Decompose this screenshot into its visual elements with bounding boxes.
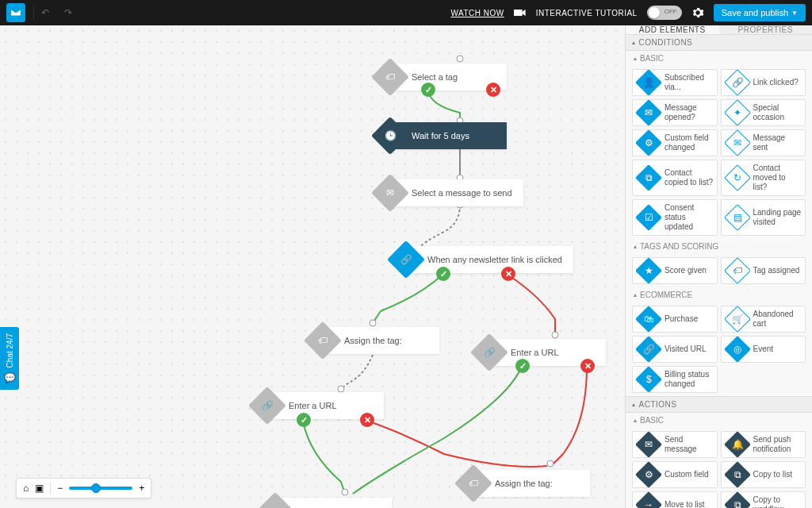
subsection-basic[interactable]: ▴BASIC	[626, 51, 812, 66]
logo-icon[interactable]	[6, 3, 25, 22]
tab-properties[interactable]: PROPERTIES	[719, 25, 813, 34]
undo-button[interactable]: ↶	[33, 5, 49, 21]
el-billing-status[interactable]: $Billing status changed	[632, 366, 718, 393]
el-contact-copied[interactable]: ⧉Contact copied to list?	[632, 160, 718, 196]
svg-rect-0	[514, 10, 523, 16]
node-select-message[interactable]: ✉ Select a message to send	[377, 179, 523, 206]
node-assign-tag-2[interactable]: 🏷 Assign the tag:	[460, 470, 590, 497]
el-copy-to-workflow[interactable]: ⧉Copy to workflow	[721, 491, 806, 508]
top-bar: ↶ ↷ WATCH NOW INTERACTIVE TUTORIAL OFF S…	[0, 0, 812, 25]
watch-now-link[interactable]: WATCH NOW	[450, 9, 504, 17]
close-icon: ✕	[360, 413, 374, 427]
el-send-message[interactable]: ✉Send message	[632, 431, 718, 458]
workflow-canvas[interactable]: 🏷 Select a tag ✓ ✕ 🕒 Wait for 5 days ✉ S…	[0, 25, 625, 508]
el-purchase[interactable]: 🛍Purchase	[632, 306, 718, 333]
el-event[interactable]: ◎Event	[721, 336, 806, 363]
svg-point-7	[552, 332, 558, 338]
redo-button[interactable]: ↷	[57, 5, 73, 21]
el-contact-moved[interactable]: ↻Contact moved to list?	[721, 160, 806, 196]
subsection-ecommerce[interactable]: ▴ECOMMERCE	[626, 287, 812, 302]
check-icon: ✓	[297, 413, 311, 427]
el-move-to-list[interactable]: →Move to list	[632, 491, 718, 508]
el-consent-updated[interactable]: ☑Consent status updated	[632, 199, 718, 236]
tutorial-label: INTERACTIVE TUTORIAL	[536, 9, 638, 17]
el-abandoned-cart[interactable]: 🛒Abandoned cart	[721, 306, 806, 333]
svg-point-8	[338, 386, 344, 392]
el-subscribed-via[interactable]: 👤Subscribed via...	[632, 69, 718, 96]
close-icon: ✕	[486, 83, 500, 97]
close-icon: ✕	[580, 359, 595, 373]
home-icon[interactable]: ⌂	[23, 483, 29, 494]
node-assign-tag-1[interactable]: 🏷 Assign the tag:	[309, 327, 439, 354]
zoom-toolbar: ⌂ ▣ − +	[16, 478, 151, 498]
el-score-given[interactable]: ★Score given	[632, 257, 718, 284]
el-message-opened[interactable]: ✉Message opened?	[632, 99, 718, 126]
node-newsletter-clicked[interactable]: 🔗 When any newsletter link is clicked	[393, 246, 573, 273]
video-icon	[514, 8, 527, 17]
zoom-in-button[interactable]: +	[139, 483, 144, 494]
svg-point-10	[342, 489, 348, 495]
fit-icon[interactable]: ▣	[35, 483, 44, 494]
tab-add-elements[interactable]: ADD ELEMENTS	[626, 25, 719, 34]
el-copy-to-list[interactable]: ⧉Copy to list	[721, 461, 806, 488]
el-message-sent[interactable]: ✉Message sent	[721, 129, 806, 156]
node-wait[interactable]: 🕒 Wait for 5 days	[377, 122, 507, 149]
tutorial-toggle[interactable]: OFF	[647, 6, 682, 20]
check-icon: ✓	[436, 267, 450, 281]
check-icon: ✓	[421, 83, 435, 97]
el-custom-field[interactable]: ⚙Custom field	[632, 461, 718, 488]
settings-icon[interactable]	[691, 6, 704, 19]
el-custom-field-changed[interactable]: ⚙Custom field changed	[632, 129, 718, 156]
check-icon: ✓	[515, 359, 530, 373]
save-publish-button[interactable]: Save and publish▼	[714, 4, 806, 21]
section-actions[interactable]: ▴ACTIONS	[626, 396, 812, 413]
zoom-slider[interactable]	[69, 487, 132, 490]
subsection-tags-scoring[interactable]: ▴TAGS AND SCORING	[626, 239, 812, 254]
svg-point-9	[547, 460, 553, 467]
el-link-clicked[interactable]: 🔗Link clicked?	[721, 69, 806, 96]
zoom-out-button[interactable]: −	[57, 483, 63, 494]
el-tag-assigned[interactable]: 🏷Tag assigned	[721, 257, 806, 284]
node-assign-tag-3[interactable]: 🏷 Assign the tag:	[262, 498, 392, 508]
el-visited-url[interactable]: 🔗Visited URL	[632, 336, 718, 363]
el-send-push[interactable]: 🔔Send push notification	[721, 431, 806, 458]
close-icon: ✕	[501, 267, 515, 281]
section-conditions[interactable]: ▴CONDITIONS	[626, 34, 812, 51]
el-special-occasion[interactable]: ✦Special occasion	[721, 99, 806, 126]
chat-icon: 💬	[4, 372, 16, 383]
right-panel: ADD ELEMENTS PROPERTIES ▴CONDITIONS ▴BAS…	[625, 25, 812, 508]
chat-widget[interactable]: Chat 24/7 💬	[0, 327, 19, 390]
svg-point-6	[370, 320, 376, 326]
el-landing-visited[interactable]: ▤Landing page visited	[721, 199, 806, 236]
subsection-actions-basic[interactable]: ▴BASIC	[626, 413, 812, 428]
svg-point-1	[457, 56, 463, 62]
